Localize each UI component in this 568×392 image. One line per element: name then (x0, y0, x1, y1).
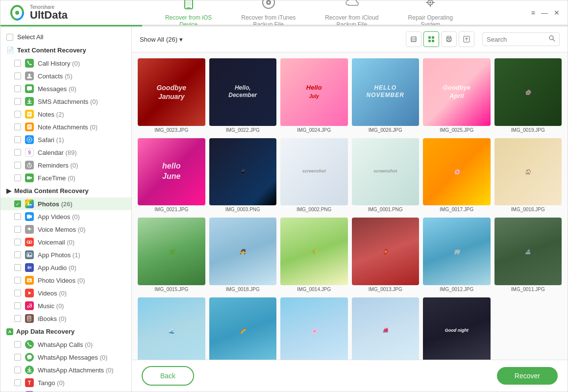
search-input[interactable] (487, 36, 545, 43)
app-videos-checkbox[interactable] (14, 213, 21, 220)
tango-checkbox[interactable] (14, 379, 21, 386)
select-all-checkbox[interactable] (6, 34, 13, 41)
sidebar-item-voicemail[interactable]: Voicemail (0) (0, 236, 131, 248)
sidebar-item-tango[interactable]: T Tango (0) (0, 376, 131, 389)
photo-item[interactable]: 👧 IMG_0018.JPG (209, 218, 277, 294)
notes-checkbox[interactable] (14, 111, 21, 118)
sidebar-item-ibooks[interactable]: iBooks (0) (0, 312, 131, 325)
app-photos-label: App Photos (1) (38, 251, 125, 259)
sidebar-item-note-attachments[interactable]: Note Attachments (0) (0, 121, 131, 133)
photo-item[interactable]: HelloJuly IMG_0024.JPG (280, 58, 348, 134)
photo-item[interactable]: 🏢 IMG_0012.JPG (423, 218, 491, 294)
photo-item[interactable]: 🏠 IMG_0016.JPG (494, 138, 562, 214)
view-list-button[interactable] (406, 31, 421, 47)
sidebar-item-safari[interactable]: Safari (1) (0, 133, 131, 146)
photo-item[interactable]: 🏯 IMG_0011.JPG (494, 218, 562, 294)
call-history-checkbox[interactable] (14, 60, 21, 67)
messages-checkbox[interactable] (14, 85, 21, 92)
photo-item[interactable]: 🌸 IMG_0019.JPG (494, 58, 562, 134)
sidebar-item-whatsapp-messages[interactable]: WhatsApp Messages (0) (0, 351, 131, 364)
photo-item[interactable]: 🌾 IMG_0014.JPG (280, 218, 348, 294)
photo-item[interactable]: 🌺 IMG_0007.JPG (352, 297, 420, 360)
photo-item[interactable]: 🌸 IMG_0008.JPG (280, 297, 348, 360)
facetime-checkbox[interactable] (14, 174, 21, 181)
app-audio-checkbox[interactable] (14, 264, 21, 271)
photo-item[interactable]: 📱 IMG_0003.PNG (209, 138, 277, 214)
photo-item[interactable]: HELLONOVEMBER IMG_0026.JPG (352, 58, 420, 134)
sidebar-item-call-history[interactable]: Call History (0) (0, 57, 131, 70)
whatsapp-calls-checkbox[interactable] (14, 341, 21, 348)
note-attachments-checkbox[interactable] (14, 123, 21, 130)
sidebar-item-whatsapp-calls[interactable]: WhatsApp Calls (0) (0, 338, 131, 351)
svg-rect-39 (432, 36, 434, 39)
search-box[interactable] (482, 32, 560, 46)
photo-thumb: HELLONOVEMBER (352, 58, 420, 126)
videos-checkbox[interactable] (14, 290, 21, 296)
sidebar-item-app-audio[interactable]: App Audio (0) (0, 261, 131, 274)
whatsapp-attachments-checkbox[interactable] (14, 367, 21, 373)
search-icon (548, 35, 555, 44)
contacts-checkbox[interactable] (14, 73, 21, 79)
photo-name: IMG_0001.PNG (352, 205, 420, 214)
show-all-button[interactable]: Show All (26) ▾ (140, 36, 183, 43)
sidebar-item-calendar[interactable]: 9 Calendar (89) (0, 146, 131, 159)
music-icon (25, 301, 34, 310)
photo-thumb: screenshot (280, 138, 348, 206)
svg-rect-34 (411, 37, 416, 42)
music-checkbox[interactable] (14, 302, 21, 309)
calendar-checkbox[interactable] (14, 149, 21, 156)
sidebar-item-reminders[interactable]: Reminders (0) (0, 159, 131, 172)
photo-item[interactable]: screenshot IMG_0001.PNG (352, 138, 420, 214)
sidebar-item-viber-calls[interactable]: Viber Calls (0) (0, 389, 131, 392)
photo-item[interactable]: helloJune IMG_0021.JPG (138, 138, 205, 214)
sidebar-item-whatsapp-attachments[interactable]: WhatsApp Attachments (0) (0, 364, 131, 376)
photo-item[interactable]: 🌈 IMG_0009.JPG (209, 297, 277, 360)
sidebar-item-photo-videos[interactable]: Photo Videos (0) (0, 274, 131, 287)
photo-name: IMG_0019.JPG (494, 126, 562, 134)
sidebar-item-music[interactable]: Music (0) (0, 299, 131, 312)
photo-item[interactable]: 🌿 IMG_0015.JPG (138, 218, 205, 294)
sidebar-item-facetime[interactable]: FaceTime (0) (0, 172, 131, 184)
ibooks-checkbox[interactable] (14, 315, 21, 322)
photo-item[interactable]: 🌊 IMG_0010.JPG (138, 297, 205, 360)
photo-item[interactable]: Hello,December IMG_0022.JPG (209, 58, 277, 134)
messages-label: Messages (0) (38, 85, 125, 93)
select-all-row[interactable]: Select All (0, 30, 131, 44)
close-button[interactable]: ✕ (554, 9, 560, 17)
photo-videos-label: Photo Videos (0) (38, 277, 125, 284)
back-button[interactable]: Back (142, 366, 194, 386)
viber-calls-icon (25, 391, 34, 392)
sidebar-item-videos[interactable]: Videos (0) (0, 287, 131, 299)
sidebar-item-photos[interactable]: ✓ Photos (26) (0, 197, 131, 210)
photo-item[interactable]: screenshot IMG_0002.PNG (280, 138, 348, 214)
photo-item[interactable]: 🏮 IMG_0013.JPG (352, 218, 420, 294)
photo-item[interactable]: GoodbyeApril IMG_0025.JPG (423, 58, 491, 134)
minimize-button[interactable]: — (541, 9, 548, 17)
view-print-button[interactable] (441, 31, 457, 47)
sidebar-item-app-videos[interactable]: App Videos (0) (0, 210, 131, 223)
sidebar-item-sms-attachments[interactable]: SMS Attachments (0) (0, 95, 131, 108)
photo-thumb: 🌸 (423, 138, 491, 206)
app-photos-checkbox[interactable] (14, 251, 21, 258)
photo-item[interactable]: 🌸 IMG_0017.JPG (423, 138, 491, 214)
menu-button[interactable]: ≡ (531, 9, 535, 17)
sidebar-item-notes[interactable]: Notes (2) (0, 108, 131, 121)
view-grid-button[interactable] (423, 31, 439, 47)
voice-memos-checkbox[interactable] (14, 226, 21, 233)
sidebar-item-contacts[interactable]: Contacts (5) (0, 70, 131, 82)
sidebar-item-voice-memos[interactable]: Voice Memos (0) (0, 223, 131, 236)
recover-button[interactable]: Recover (497, 367, 558, 385)
whatsapp-messages-checkbox[interactable] (14, 354, 21, 361)
sidebar-item-app-photos[interactable]: App Photos (1) (0, 248, 131, 261)
voicemail-checkbox[interactable] (14, 239, 21, 245)
photo-item[interactable]: Good night IMG_0006.JPG (423, 297, 491, 360)
reminders-checkbox[interactable] (14, 162, 21, 169)
sidebar-item-messages[interactable]: Messages (0) (0, 82, 131, 95)
photo-videos-checkbox[interactable] (14, 277, 21, 284)
sms-attachments-checkbox[interactable] (14, 98, 21, 105)
photo-item[interactable]: GoodbyeJanuary IMG_0023.JPG (138, 58, 205, 134)
safari-checkbox[interactable] (14, 136, 21, 143)
view-export-button[interactable] (459, 31, 474, 47)
call-history-label: Call History (0) (38, 60, 125, 67)
photos-checkbox[interactable]: ✓ (14, 200, 21, 207)
